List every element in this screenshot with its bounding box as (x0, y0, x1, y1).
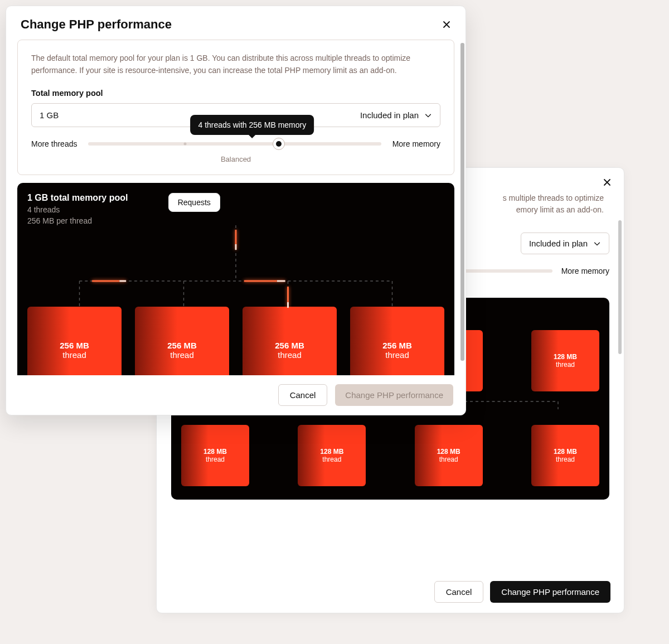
thread-box: 256 MBthread (243, 307, 337, 375)
requests-pill: Requests (168, 193, 220, 212)
modal-title: Change PHP performance (21, 17, 172, 32)
plan-indicator: Included in plan (529, 239, 588, 248)
diagram-threads-count: 4 threads (27, 205, 128, 214)
thread-box: 256 MBthread (27, 307, 122, 375)
change-php-performance-button[interactable]: Change PHP performance (335, 384, 453, 406)
memory-config-card: The default total memory pool for your p… (17, 40, 454, 175)
thread-box: 256 MBthread (135, 307, 229, 375)
chevron-down-icon (593, 240, 601, 248)
cancel-button[interactable]: Cancel (434, 581, 484, 603)
memory-pool-select[interactable]: Included in plan (521, 233, 609, 254)
slider-more-memory-label: More memory (561, 267, 609, 275)
cancel-button[interactable]: Cancel (278, 384, 328, 406)
memory-pool-label: Total memory pool (31, 89, 440, 98)
thread-box: 256 MBthread (350, 307, 444, 375)
thread-box: 128 MBthread (181, 425, 249, 486)
close-icon[interactable] (442, 20, 451, 29)
thread-box: 128 MBthread (531, 330, 599, 391)
memory-pool-value: 1 GB (40, 110, 59, 120)
thread-box: 128 MBthread (531, 425, 599, 486)
scrollbar[interactable] (618, 220, 622, 354)
diagram-per-thread: 256 MB per thread (27, 216, 128, 225)
plan-indicator: Included in plan (360, 110, 419, 120)
diagram-title: 1 GB total memory pool (27, 193, 128, 203)
close-icon[interactable] (603, 178, 612, 187)
thread-box: 128 MBthread (298, 425, 366, 486)
slider-more-threads-label: More threads (31, 139, 77, 148)
change-php-performance-button[interactable]: Change PHP performance (490, 581, 610, 603)
thread-box: 128 MBthread (415, 425, 483, 486)
slider-balanced-label: Balanced (31, 155, 440, 163)
slider-more-memory-label: More memory (392, 139, 440, 148)
chevron-down-icon (424, 112, 432, 119)
slider-tick (183, 143, 186, 146)
slider-tooltip: 4 threads with 256 MB memory (190, 115, 314, 135)
slider-thumb[interactable] (273, 138, 285, 150)
description-text: The default total memory pool for your p… (31, 52, 440, 76)
thread-diagram: 1 GB total memory pool 4 threads 256 MB … (17, 183, 454, 375)
thread-memory-slider[interactable] (88, 142, 381, 146)
scrollbar[interactable] (460, 43, 464, 361)
php-performance-modal: Change PHP performance The default total… (6, 6, 466, 415)
